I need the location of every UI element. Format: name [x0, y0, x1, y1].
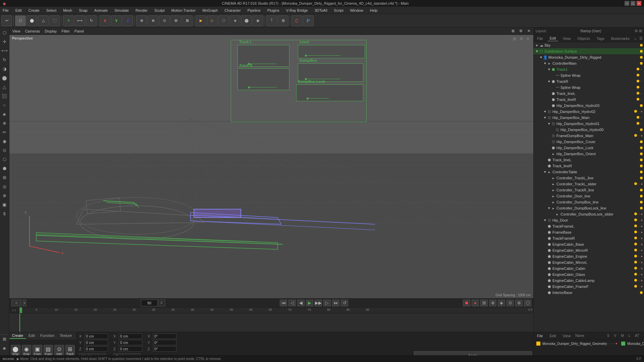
rot-y-input[interactable]: [153, 340, 176, 345]
motion5-button[interactable]: ⬡: [524, 300, 531, 306]
r-tab-bookmarks[interactable]: Bookmarks: [609, 36, 632, 41]
tree-item-hip-door[interactable]: ▼ ⬛ Hip_Door ··· ●: [534, 217, 644, 223]
tree-item-ctrl-main[interactable]: ▼ ▸ ControllerMain: [534, 60, 644, 66]
rot-x-input[interactable]: [153, 334, 176, 339]
vp-tab-panel[interactable]: Panel: [73, 29, 85, 34]
menu-window[interactable]: Window: [349, 8, 365, 13]
menu-character[interactable]: Character: [223, 8, 242, 13]
timeline-track[interactable]: [9, 313, 533, 332]
viewport-settings-icon[interactable]: ⚙: [519, 36, 524, 42]
pos-x-input[interactable]: [85, 334, 108, 339]
left-tool-rotate[interactable]: ↻: [0, 55, 9, 64]
layout-icon-2[interactable]: ⊞: [639, 29, 642, 33]
tree-item-db-cover[interactable]: ⬛ Hip_DamperBox_Cover: [534, 139, 644, 145]
rot-z-input[interactable]: [153, 346, 176, 352]
z-axis-button[interactable]: Z: [122, 15, 133, 26]
move-tool-button[interactable]: ✛: [63, 15, 74, 26]
pos-z-input[interactable]: [85, 346, 108, 352]
tool5-button[interactable]: ⊠: [182, 15, 193, 26]
tree-item-subdivision[interactable]: ▼ ⬡ Subdivision Surface: [534, 48, 644, 54]
tree-item-ec-cabin[interactable]: ⬟ EngineCabin_Cabin ··· ●: [534, 265, 644, 272]
c4d-logo-button[interactable]: C: [291, 15, 302, 26]
vp-icon-settings[interactable]: ⚙: [518, 28, 524, 34]
close-button[interactable]: ✕: [637, 1, 641, 6]
left-tool-select[interactable]: ⬡: [0, 28, 9, 37]
menu-mesh[interactable]: Mesh: [62, 8, 73, 13]
tree-item-track-liner-2[interactable]: ⬟ Track_lineR: [534, 163, 644, 169]
tool1-button[interactable]: ⊕: [136, 15, 147, 26]
tree-item-track-liner-1[interactable]: ⬟ Track_lineR ✓: [534, 97, 644, 103]
goto-end-button[interactable]: ⏭: [332, 300, 339, 306]
tree-item-engine-base[interactable]: ⬟ EngineCabin_Base ··· ●: [534, 241, 644, 247]
menu-animate[interactable]: Animate: [93, 8, 109, 13]
x-axis-button[interactable]: X: [100, 15, 110, 26]
left-tool-17[interactable]: ◎: [0, 182, 9, 191]
left-tool-7[interactable]: ⬛: [0, 92, 9, 100]
play-reverse-button[interactable]: ◀: [297, 300, 305, 306]
motion-button[interactable]: ⊕: [489, 300, 496, 306]
tree-item-db-main[interactable]: ▼ ⬛ Hip_DamperBox_Main ✓: [534, 115, 644, 121]
record-button[interactable]: ⏺: [463, 300, 470, 306]
loop-button[interactable]: ↺: [341, 300, 348, 306]
render5-button[interactable]: ⬤: [241, 15, 252, 26]
current-frame-display[interactable]: 90: [141, 300, 158, 306]
maximize-button[interactable]: □: [631, 1, 635, 6]
menu-edit[interactable]: Edit: [14, 8, 23, 13]
tree-item-track-frame-l[interactable]: ⬟ TrackFrameL ··· ●: [534, 223, 644, 229]
menu-create[interactable]: Create: [27, 8, 41, 13]
left-tool-12[interactable]: ◉: [0, 137, 9, 145]
menu-mograph[interactable]: MoGraph: [201, 8, 219, 13]
menu-plugins[interactable]: Plugins: [266, 8, 281, 13]
tab-create[interactable]: Create: [9, 333, 26, 339]
polys-mode-button[interactable]: ⬛: [49, 15, 60, 26]
auto-key-button[interactable]: ⊞: [480, 300, 488, 306]
tab-function[interactable]: Function: [38, 333, 57, 339]
points-mode-button[interactable]: ⬤: [26, 15, 37, 26]
tab-edit[interactable]: Edit: [26, 333, 38, 339]
left-tool-5[interactable]: ⬤: [0, 73, 9, 82]
tree-item-ctrl-trackl-line[interactable]: ▸ Controller_TrackL_line: [534, 175, 644, 181]
left-tool-paint[interactable]: ◑: [0, 64, 9, 73]
python-button[interactable]: P: [303, 15, 314, 26]
menu-help[interactable]: Help: [369, 8, 379, 13]
r-tab-edit[interactable]: Edit: [548, 36, 558, 41]
tool3-button[interactable]: ⊙: [159, 15, 170, 26]
tree-item-ctrl-dbl-line[interactable]: ▼ ▸ Controller_DumpBoxLock_line: [534, 205, 644, 211]
render4-button[interactable]: ◈: [230, 15, 240, 26]
model-mode-button[interactable]: ⬡: [15, 15, 26, 26]
left-tool-16[interactable]: ⊞: [0, 173, 9, 182]
tree-item-ec-framef[interactable]: ⬟ EngineCabin_FrameF ··· ●: [534, 284, 644, 290]
tree-item-hydro03[interactable]: ⬟ Hip_DamperBox_Hydro03: [534, 103, 644, 109]
play-button[interactable]: ▶: [306, 300, 313, 306]
tree-item-hydro00[interactable]: ⬛ Hip_DamperBox_Hydro00: [534, 127, 644, 133]
tree-item-ec-engine[interactable]: ⬟ EngineCabin_Engine ··· ●: [534, 253, 644, 259]
tree-item-hydro01[interactable]: ▼ ⬛ Hip_DamperBox_Hydro01 ✓: [534, 121, 644, 127]
rotate-tool-button[interactable]: ↻: [86, 15, 97, 26]
tree-item-ctrl-door[interactable]: ▸ Controller_Door_line: [534, 193, 644, 199]
rb-tab-edit[interactable]: Edit: [548, 333, 558, 339]
vp-icon-maximize[interactable]: ⊞: [511, 28, 516, 34]
edges-mode-button[interactable]: △: [38, 15, 49, 26]
next-key-button[interactable]: ▷: [323, 300, 331, 306]
playhead[interactable]: [19, 313, 20, 332]
rb-tab-file[interactable]: File: [535, 333, 545, 339]
tree-item-ec-mirrorr[interactable]: ⬟ EngineCabin_MirrorR ··· ●: [534, 247, 644, 253]
menu-snap[interactable]: Snap: [77, 8, 89, 13]
tree-item-db-lock[interactable]: ⬟ Hip_DamperBox_Lock: [534, 145, 644, 151]
tree-item-ctrl-dbls[interactable]: ▸ Controller_DumpBoxLock_slider ··· ●: [534, 211, 644, 217]
tree-item-trackr[interactable]: ▼ ⬟ TrackR ✓: [534, 78, 644, 84]
menu-file[interactable]: File: [1, 8, 10, 13]
menu-script[interactable]: Script: [333, 8, 345, 13]
tree-item-db-orient[interactable]: ▸ Hip_DamperBox_Orient: [534, 151, 644, 157]
undo-button[interactable]: ↩: [1, 15, 12, 26]
search-objects-icon[interactable]: ⌕: [634, 37, 637, 41]
tree-item-ec-cabinlamp[interactable]: ⬟ EngineCabin_CabinLamp ··· ●: [534, 278, 644, 284]
r-tab-file[interactable]: File: [535, 36, 545, 41]
record2-button[interactable]: ●: [472, 300, 479, 306]
tool2-button[interactable]: ⊗: [148, 15, 158, 26]
left-tool-14[interactable]: ⬡: [0, 155, 9, 164]
scale-tool-button[interactable]: ⟷: [74, 15, 85, 26]
left-tool-11[interactable]: ✏: [0, 128, 9, 136]
material-row-1[interactable]: Morooka_Dumper_Dirty_Rigged_Geometry ···…: [535, 341, 619, 346]
left-tool-6[interactable]: △: [0, 82, 9, 91]
